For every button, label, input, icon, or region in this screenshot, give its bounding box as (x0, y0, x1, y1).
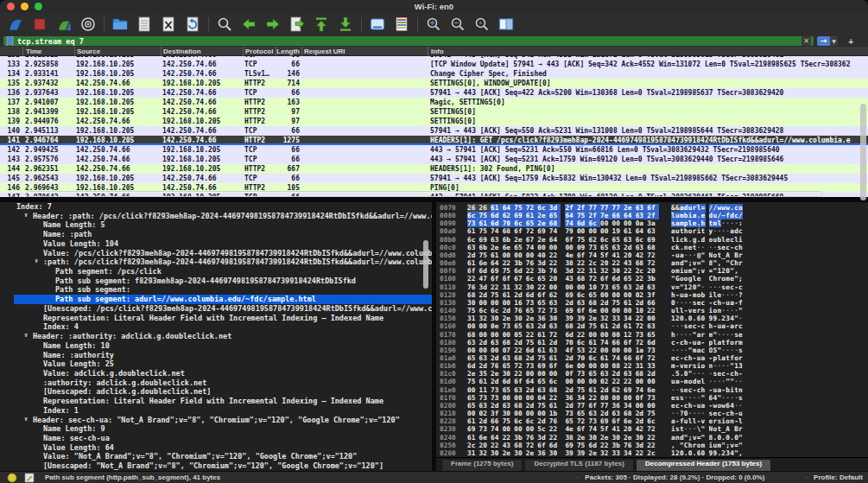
filter-dropdown-icon[interactable]: ▼ (830, 36, 838, 46)
detail-row[interactable]: ∨:path: /pcs/click?f8293meh8ap-2024-4469… (0, 257, 432, 267)
packet-row[interactable]: 1452.962543192.168.10.205142.250.74.66TC… (0, 174, 868, 183)
hex-row[interactable]: 0220612d66756c6c2d76657273696f6e2d6ca-fu… (436, 417, 868, 425)
hex-row[interactable]: 00702626616475726c3d2f2f7777772e636f&&ad… (436, 204, 868, 212)
detail-row[interactable]: Name: :authority (0, 351, 432, 360)
title-bar[interactable]: Wi-Fi: en0 (0, 0, 868, 13)
packet-row[interactable]: 1352.937432142.250.74.66192.168.10.205HT… (0, 79, 868, 88)
hex-row[interactable]: 017068000000052261726d22000000127365h···… (436, 331, 868, 339)
detail-row[interactable]: Value: adclick.g.doubleclick.net (0, 369, 432, 378)
hex-row[interactable]: 01d075612d6d6f64656c0000000222220000ua-m… (436, 378, 868, 385)
hex-row[interactable]: 01f065737300000004223634220000000f73ess·… (436, 394, 868, 402)
filter-bookmark-icon[interactable] (6, 36, 14, 46)
column-length[interactable]: Length (276, 47, 301, 56)
detail-row[interactable]: :authority: adclick.g.doubleclick.net (0, 378, 432, 388)
hex-row[interactable]: 00a0617574686f7269747900000019616463auth… (436, 227, 868, 235)
hex-row[interactable]: 0120682d75612d6d6f62696c65000000023fh-ua… (436, 291, 868, 299)
hex-row[interactable]: 00d02d756100000040224e6f745f41204272-ua·… (436, 251, 868, 259)
hex-row[interactable]: 01c02e352e30220000000f7365632d63682d.5.0… (436, 370, 868, 378)
zoom-out-icon[interactable] (449, 16, 466, 33)
hex-row[interactable]: 010022476f6f676c65204368726f6d65223b"Goo… (436, 275, 868, 283)
profile-status[interactable]: Profile: Default (814, 473, 863, 481)
detail-row[interactable]: Value Length: 64 (0, 443, 432, 453)
hex-row[interactable]: 009073616d706c652e68746d6c0000000a3asamp… (436, 219, 868, 227)
packet-row[interactable]: 1382.941399192.168.10.205142.250.74.66HT… (0, 107, 868, 117)
packet-list-horizontal-scrollbar[interactable] (26, 191, 823, 197)
start-capture-icon[interactable] (7, 16, 24, 33)
byte-view-tab[interactable]: Decrypted TLS (1187 bytes) (524, 459, 633, 471)
hex-row[interactable]: 00c0636b2e6e6574000000097365632d6368ck.n… (436, 244, 868, 251)
hex-row[interactable]: 013030000000167365632d63682d75612d660···… (436, 299, 868, 307)
detail-row[interactable]: Name Length: 10 (0, 341, 432, 351)
packet-row[interactable]: 1442.962351142.250.74.66192.168.10.205HT… (0, 164, 868, 174)
column-time[interactable]: Time (22, 47, 74, 56)
hex-row[interactable]: 00f06f6d69756d223b763d22313230222c20omiu… (436, 267, 868, 275)
detail-row[interactable]: ∨Header: sec-ch-ua: "Not_A Brand";v="8",… (0, 416, 432, 425)
detail-row[interactable]: ∨Header: :authority: adclick.g.doublecli… (0, 332, 432, 341)
reload-file-icon[interactable] (184, 16, 201, 33)
go-back-icon[interactable] (240, 16, 257, 33)
hex-row[interactable]: 00e0616e64223b763d2238222c2022436872and"… (436, 259, 868, 267)
column-source[interactable]: Source (74, 47, 161, 56)
find-packet-icon[interactable] (216, 16, 233, 33)
go-forward-icon[interactable] (264, 16, 282, 33)
capture-comment-icon[interactable] (24, 473, 35, 483)
details-vertical-scrollbar[interactable] (423, 240, 428, 289)
detail-row[interactable]: Path sub segment: (0, 285, 432, 295)
detail-row[interactable]: Representation: Literal Header Field wit… (0, 314, 432, 323)
detail-row[interactable]: Value Length: 25 (0, 359, 432, 369)
packet-row[interactable]: 1342.933141192.168.10.205142.250.74.66TL… (0, 69, 868, 79)
detail-row[interactable]: [Unescaped: adclick.g.doubleclick.net] (0, 387, 432, 397)
hex-row[interactable]: 016000000e7365632d63682d75612d617263···s… (436, 322, 868, 330)
detail-row[interactable]: Name: :path (0, 230, 432, 239)
filter-apply-icon[interactable]: → (817, 36, 830, 46)
hex-row[interactable]: 01b06d2d76657273696f6e00000008223133m-ve… (436, 362, 868, 370)
zoom-in-icon[interactable] (425, 16, 442, 33)
byte-view-tab[interactable]: Frame (1275 bytes) (441, 459, 523, 471)
go-to-packet-icon[interactable] (288, 16, 306, 33)
hex-row[interactable]: 02603132302e302e363039392e323334222c120.… (436, 449, 868, 457)
restart-capture-icon[interactable] (55, 16, 73, 33)
hex-row[interactable]: 021000023f300000001b7365632d63682d75··?0… (436, 410, 868, 417)
column-protocol[interactable]: Protocol (243, 47, 276, 56)
detail-row[interactable]: Name: sec-ch-ua (0, 434, 432, 443)
column-request-uri[interactable]: Request URI (301, 47, 428, 56)
detail-row[interactable]: [Unescaped: "Not_A Brand";v="8", "Chromi… (0, 461, 432, 471)
hex-row[interactable]: 01e000117365632d63682d75612d6269746e··se… (436, 386, 868, 394)
capture-options-icon[interactable] (79, 16, 97, 33)
byte-view-tab[interactable]: Decompressed Header (1753 bytes) (636, 459, 771, 471)
detail-row[interactable]: Index: 1 (0, 406, 432, 416)
packet-row[interactable]: 1332.925858192.168.10.205142.250.74.66TC… (0, 60, 868, 69)
expand-chevron-icon[interactable]: ∨ (24, 416, 28, 424)
hex-row[interactable]: 01a065632d63682d75612d706c6174666f72ec-c… (436, 354, 868, 362)
close-file-icon[interactable] (160, 16, 177, 33)
hex-row[interactable]: 00b06c69636b2e672e646f75626c65636c69lick… (436, 236, 868, 244)
filter-add-icon[interactable]: + (848, 36, 853, 47)
detail-row[interactable]: Index: 7 (0, 202, 432, 212)
hex-row[interactable]: 020065632d63682d75612d776f7736340000ec-c… (436, 402, 868, 410)
detail-row[interactable]: ∨Header: :path: /pcs/click?f8293meh8ap-2… (0, 212, 432, 221)
hex-row[interactable]: 02306973740000005c224e6f745f41204272ist·… (436, 425, 868, 433)
hex-row[interactable]: 0140756c6c2d76657273696f6e0000001022ull-… (436, 307, 868, 315)
packet-row[interactable]: 1422.949425142.250.74.66192.168.10.205TC… (0, 145, 868, 155)
detail-row[interactable]: Name Length: 9 (0, 424, 432, 434)
detail-row[interactable]: Representation: Literal Header Field wit… (0, 397, 432, 406)
packet-row[interactable]: 1362.937643192.168.10.205142.250.74.66TC… (0, 88, 868, 98)
detail-row[interactable]: Index: 4 (0, 322, 432, 332)
detail-row-selected[interactable]: Path sub segment: adurl=//www.columbia.e… (14, 295, 432, 304)
column-no[interactable] (0, 47, 22, 56)
packet-row[interactable]: 1432.957576142.250.74.66192.168.10.205TC… (0, 155, 868, 164)
zoom-original-icon[interactable] (473, 16, 491, 33)
hex-row[interactable]: 019000000007226d61634f53220000001a73····… (436, 346, 868, 354)
hex-row[interactable]: 0180632d63682d75612d706c6174666f726dc-ch… (436, 339, 868, 346)
detail-row[interactable]: Value Length: 104 (0, 239, 432, 249)
open-file-icon[interactable] (111, 16, 129, 33)
hex-row[interactable]: 0240616e64223b763d22382e302e302e3022and"… (436, 434, 868, 442)
filter-clear-icon[interactable]: ✕ (801, 36, 811, 46)
save-file-icon[interactable] (136, 16, 153, 33)
detail-row[interactable]: Value: "Not_A Brand";v="8", "Chromium";v… (0, 452, 432, 461)
detail-row[interactable]: Path segment: /pcs/click (0, 267, 432, 276)
expert-info-icon[interactable] (7, 473, 17, 483)
hex-row[interactable]: 0110763d2231323022000000107365632d63v="1… (436, 283, 868, 291)
packet-row[interactable]: 1372.941007192.168.10.205142.250.74.66HT… (0, 98, 868, 107)
expand-chevron-icon[interactable]: ∨ (24, 332, 28, 340)
